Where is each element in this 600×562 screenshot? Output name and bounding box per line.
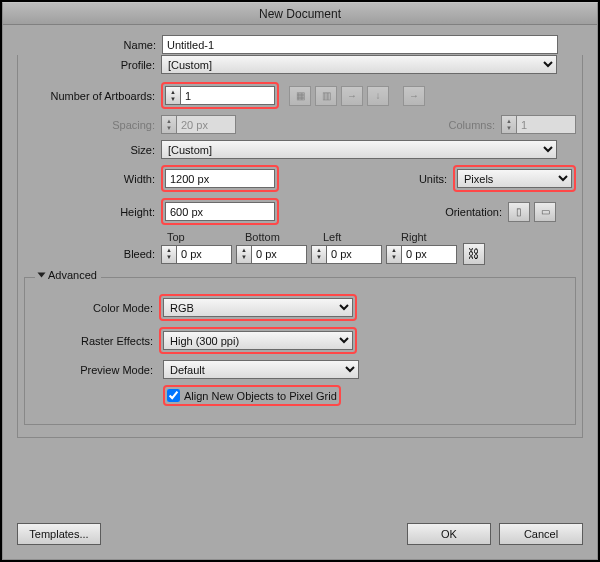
bleed-bottom-spinner[interactable]: ▲▼ (236, 245, 307, 264)
dialog-body: Name: Profile: [Custom] Number of Artboa… (3, 25, 597, 559)
highlight-align-pixel-grid: Align New Objects to Pixel Grid (163, 385, 341, 406)
width-input[interactable] (165, 169, 275, 188)
landscape-icon[interactable]: ▭ (534, 202, 556, 222)
spacing-label: Spacing: (24, 119, 161, 131)
height-label: Height: (24, 206, 161, 218)
grid-by-row-icon[interactable]: ▦ (289, 86, 311, 106)
spinner-arrows-icon[interactable]: ▲▼ (161, 245, 176, 264)
bleed-right-input[interactable] (401, 245, 457, 264)
spinner-arrows-icon: ▲▼ (501, 115, 516, 134)
highlight-raster-effects: High (300 ppi) (159, 327, 357, 354)
raster-effects-label: Raster Effects: (31, 335, 159, 347)
bleed-right-spinner[interactable]: ▲▼ (386, 245, 457, 264)
color-mode-label: Color Mode: (31, 302, 159, 314)
advanced-legend[interactable]: Advanced (35, 269, 101, 281)
arrange-vertical-icon[interactable]: ↓ (367, 86, 389, 106)
artboards-label: Number of Artboards: (24, 90, 161, 102)
bleed-label: Bleed: (24, 248, 161, 260)
arrange-horizontal-icon[interactable]: → (341, 86, 363, 106)
dialog-title: New Document (3, 3, 597, 25)
name-label: Name: (17, 39, 162, 51)
bleed-top-spinner[interactable]: ▲▼ (161, 245, 232, 264)
highlight-color-mode: RGB (159, 294, 357, 321)
raster-effects-select[interactable]: High (300 ppi) (163, 331, 353, 350)
orientation-label: Orientation: (418, 206, 508, 218)
size-label: Size: (24, 144, 161, 156)
columns-label: Columns: (431, 119, 501, 131)
columns-input (516, 115, 576, 134)
bleed-bottom-input[interactable] (251, 245, 307, 264)
dialog-footer: Templates... OK Cancel (3, 513, 597, 559)
spacing-input (176, 115, 236, 134)
ok-button[interactable]: OK (407, 523, 491, 545)
units-select[interactable]: Pixels (457, 169, 572, 188)
bleed-head-top: Top (167, 231, 245, 243)
profile-select[interactable]: [Custom] (161, 55, 557, 74)
highlight-artboards: ▲▼ (161, 82, 279, 109)
spinner-arrows-icon[interactable]: ▲▼ (311, 245, 326, 264)
templates-button[interactable]: Templates... (17, 523, 101, 545)
bleed-head-left: Left (323, 231, 401, 243)
bleed-left-input[interactable] (326, 245, 382, 264)
artboards-input[interactable] (180, 86, 275, 105)
width-label: Width: (24, 173, 161, 185)
profile-label: Profile: (24, 59, 161, 71)
units-label: Units: (403, 173, 453, 185)
spinner-arrows-icon[interactable]: ▲▼ (165, 86, 180, 105)
spinner-arrows-icon[interactable]: ▲▼ (236, 245, 251, 264)
size-select[interactable]: [Custom] (161, 140, 557, 159)
color-mode-select[interactable]: RGB (163, 298, 353, 317)
preview-mode-select[interactable]: Default (163, 360, 359, 379)
highlight-height (161, 198, 279, 225)
height-input[interactable] (165, 202, 275, 221)
artboards-spinner[interactable]: ▲▼ (165, 86, 275, 105)
bleed-head-bottom: Bottom (245, 231, 323, 243)
portrait-icon[interactable]: ▯ (508, 202, 530, 222)
bleed-top-input[interactable] (176, 245, 232, 264)
cancel-button[interactable]: Cancel (499, 523, 583, 545)
disclosure-triangle-icon[interactable] (38, 273, 46, 278)
highlight-units: Pixels (453, 165, 576, 192)
bleed-head-right: Right (401, 231, 479, 243)
spinner-arrows-icon: ▲▼ (161, 115, 176, 134)
grid-by-col-icon[interactable]: ▥ (315, 86, 337, 106)
name-input[interactable] (162, 35, 558, 54)
preview-mode-label: Preview Mode: (31, 364, 159, 376)
bleed-left-spinner[interactable]: ▲▼ (311, 245, 382, 264)
new-document-dialog: New Document Name: Profile: [Custom] Num… (2, 2, 598, 560)
align-pixel-grid-checkbox[interactable] (167, 389, 180, 402)
link-icon[interactable]: ⛓ (463, 243, 485, 265)
arrange-right-icon[interactable]: → (403, 86, 425, 106)
highlight-width (161, 165, 279, 192)
spinner-arrows-icon[interactable]: ▲▼ (386, 245, 401, 264)
align-pixel-grid-label: Align New Objects to Pixel Grid (184, 390, 337, 402)
